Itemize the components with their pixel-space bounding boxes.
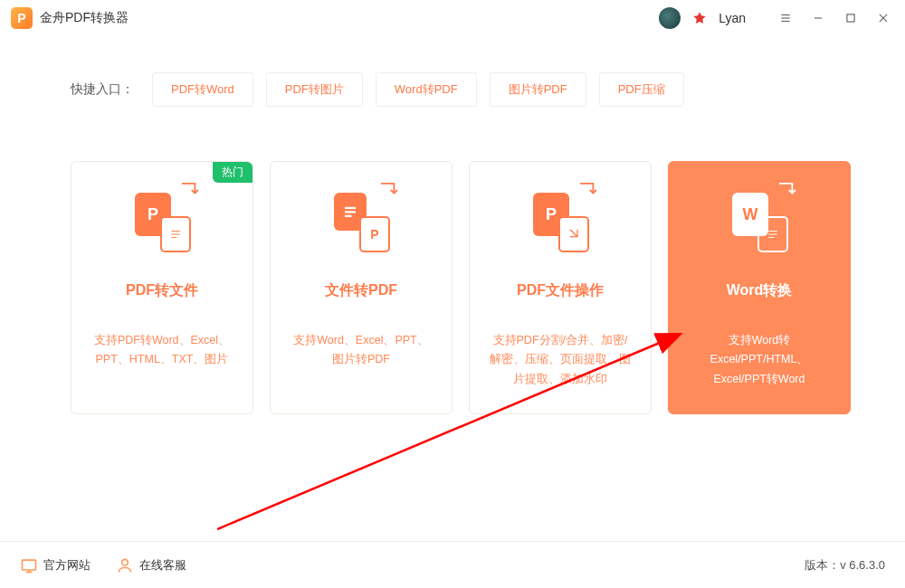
username: Lyan — [719, 11, 746, 25]
footer: 官方网站 在线客服 版本：v 6.6.3.0 — [0, 541, 905, 588]
quick-access-row: 快捷入口： PDF转Word PDF转图片 Word转PDF 图片转PDF PD… — [71, 72, 851, 107]
hot-badge: 热门 — [213, 162, 252, 183]
menu-button[interactable] — [775, 7, 796, 29]
quick-pdf-to-word[interactable]: PDF转Word — [152, 72, 253, 107]
svg-point-12 — [122, 559, 129, 565]
quick-label: 快捷入口： — [71, 81, 134, 98]
card-desc: 支持PDF分割/合并、加密/解密、压缩、页面提取、图片提取、添加水印 — [482, 331, 638, 389]
quick-pdf-compress[interactable]: PDF压缩 — [599, 72, 684, 107]
titlebar: P 金舟PDF转换器 Lyan — [0, 0, 905, 36]
card-desc: 支持Word、Excel、PPT、图片转PDF — [283, 331, 439, 370]
file-to-pdf-icon: P — [329, 189, 394, 254]
maximize-button[interactable] — [840, 7, 862, 29]
quick-image-to-pdf[interactable]: 图片转PDF — [490, 72, 586, 107]
support-label: 在线客服 — [139, 557, 186, 574]
quick-word-to-pdf[interactable]: Word转PDF — [376, 72, 477, 107]
card-title: PDF转文件 — [126, 281, 198, 300]
card-title: 文件转PDF — [325, 281, 397, 300]
pdf-to-file-icon: P — [129, 189, 195, 254]
minimize-button[interactable] — [807, 7, 829, 29]
card-word-convert[interactable]: W Word转换 支持Word转Excel/PPT/HTML、Excel/PPT… — [668, 161, 851, 414]
card-desc: 支持Word转Excel/PPT/HTML、Excel/PPT转Word — [681, 331, 837, 389]
quick-pdf-to-image[interactable]: PDF转图片 — [266, 72, 363, 107]
pdf-operations-icon: P — [528, 189, 593, 254]
support-link[interactable]: 在线客服 — [116, 556, 186, 574]
svg-rect-4 — [847, 14, 854, 22]
card-title: PDF文件操作 — [517, 281, 604, 300]
card-pdf-to-file[interactable]: 热门 P PDF转文件 支持PDF转Word、Excel、PPT、HTML、TX… — [71, 161, 253, 414]
card-file-to-pdf[interactable]: P 文件转PDF 支持Word、Excel、PPT、图片转PDF — [270, 161, 452, 414]
app-title: 金舟PDF转换器 — [40, 10, 129, 26]
card-pdf-operations[interactable]: P PDF文件操作 支持PDF分割/合并、加密/解密、压缩、页面提取、图片提取、… — [469, 161, 652, 414]
titlebar-right: Lyan — [659, 7, 894, 29]
close-button[interactable] — [872, 7, 894, 29]
official-site-label: 官方网站 — [43, 557, 90, 574]
svg-rect-9 — [23, 560, 36, 570]
card-grid: 热门 P PDF转文件 支持PDF转Word、Excel、PPT、HTML、TX… — [71, 161, 851, 414]
card-title: Word转换 — [727, 281, 793, 300]
avatar[interactable] — [659, 7, 681, 29]
official-site-link[interactable]: 官方网站 — [20, 556, 90, 574]
word-convert-icon: W — [727, 189, 792, 254]
card-desc: 支持PDF转Word、Excel、PPT、HTML、TXT、图片 — [84, 331, 240, 370]
vip-badge-icon — [691, 10, 708, 26]
main-content: 快捷入口： PDF转Word PDF转图片 Word转PDF 图片转PDF PD… — [0, 36, 905, 414]
app-logo-icon: P — [11, 7, 33, 29]
version-text: 版本：v 6.6.3.0 — [805, 557, 885, 574]
